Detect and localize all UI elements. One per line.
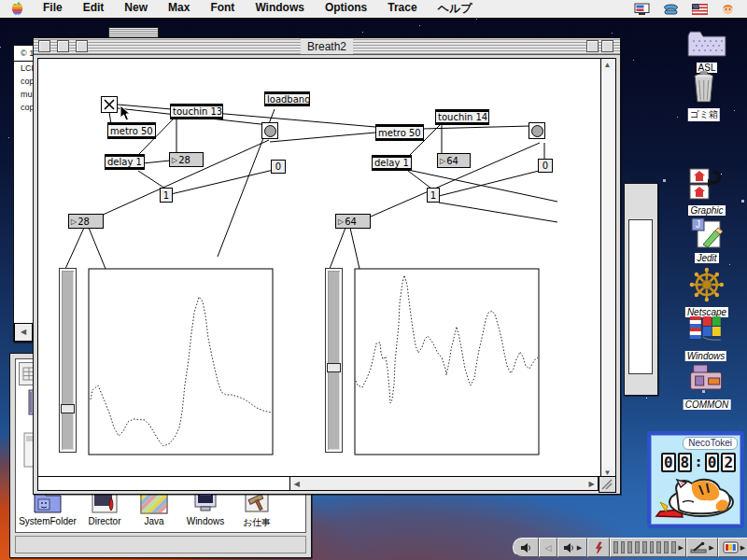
object-box[interactable]: touchin 14 xyxy=(435,109,489,125)
control-strip-volume[interactable]: ▶ xyxy=(557,538,587,557)
scroll-right-arrow[interactable]: ▶ xyxy=(585,478,598,490)
desktop-icon-Windows[interactable]: Windows xyxy=(685,313,726,363)
slider-track xyxy=(328,271,340,450)
slider-track xyxy=(62,271,74,450)
message-box[interactable]: 1 xyxy=(160,188,173,203)
number-value: 28 xyxy=(78,217,90,227)
collapse-box[interactable] xyxy=(601,40,613,52)
scroll-up-arrow[interactable]: ▲ xyxy=(601,59,613,71)
box-label: touchin 13 xyxy=(173,106,222,117)
number-value: 64 xyxy=(345,217,357,227)
scroll-left-arrow[interactable]: ◀ xyxy=(290,478,303,490)
menu-item-trace[interactable]: Trace xyxy=(377,1,427,17)
number-box[interactable]: ▷28 xyxy=(68,214,104,229)
desktop-icon-ゴミ箱[interactable]: ゴミ箱 xyxy=(688,71,720,121)
control-strip-monitors[interactable]: ▶ xyxy=(718,538,747,557)
scope-display xyxy=(89,269,273,455)
unlock-icon[interactable] xyxy=(76,40,88,52)
finder-footer xyxy=(15,536,306,553)
control-strip-tab[interactable] xyxy=(513,538,539,557)
bang-button[interactable] xyxy=(261,122,278,139)
box-label: loadbang xyxy=(267,94,310,105)
menu-item-font[interactable]: Font xyxy=(200,1,245,17)
zoom-box[interactable] xyxy=(586,40,599,52)
us-flag-icon[interactable] xyxy=(692,2,708,16)
menu-item-ヘルプ[interactable]: ヘルプ xyxy=(428,1,483,17)
patch-cord[interactable] xyxy=(408,171,431,189)
patch-cord[interactable] xyxy=(143,161,170,163)
patch-cord[interactable] xyxy=(439,203,557,222)
clock-separator: : xyxy=(694,453,703,472)
box-label: 0 xyxy=(275,161,281,172)
menu-item-max[interactable]: Max xyxy=(158,1,200,17)
horizontal-scrollbar[interactable]: ◀ ▶ xyxy=(289,476,599,491)
right-background-window[interactable] xyxy=(624,183,658,396)
apple-logo-icon[interactable] xyxy=(0,2,33,16)
patch-cord[interactable] xyxy=(171,170,274,194)
close-box[interactable] xyxy=(38,40,50,52)
message-box[interactable]: 1 xyxy=(427,188,440,203)
box-label: delay 1 xyxy=(107,157,142,167)
necotokei-clock: 08:02 xyxy=(655,453,741,472)
desktop-icon-label: Graphic xyxy=(688,205,725,216)
control-strip-energy[interactable] xyxy=(587,538,610,557)
necotokei-window[interactable]: NecoTokei 08:02 xyxy=(647,431,744,528)
slider-thumb[interactable] xyxy=(327,363,341,372)
object-box[interactable]: touchin 13 xyxy=(170,104,223,119)
patch-cord[interactable] xyxy=(65,228,84,269)
slider-thumb[interactable] xyxy=(61,404,75,413)
display-icon[interactable] xyxy=(634,2,650,16)
breath2-titlebar[interactable]: Breath2 xyxy=(34,38,620,55)
object-box[interactable]: delay 1 xyxy=(372,155,412,171)
box-label: metro 50 xyxy=(110,126,153,136)
object-box[interactable]: metro 50 xyxy=(107,122,156,139)
scrollbar-gap xyxy=(37,476,289,491)
control-strip-level-bars[interactable]: ▶ xyxy=(610,538,686,557)
patch-cord[interactable] xyxy=(330,228,345,269)
number-box[interactable]: ▷28 xyxy=(169,152,204,167)
patch-cord[interactable] xyxy=(89,228,106,269)
number-box[interactable]: ▷64 xyxy=(437,153,471,168)
vertical-slider[interactable] xyxy=(325,268,343,453)
patch-cord[interactable] xyxy=(270,133,375,142)
object-box[interactable]: metro 50 xyxy=(375,124,424,141)
phone-icon[interactable] xyxy=(663,2,679,16)
object-box[interactable]: loadbang xyxy=(264,91,310,106)
desktop-icon-label: Jedit xyxy=(695,253,718,263)
menu-item-options[interactable]: Options xyxy=(315,1,377,17)
patch-cord[interactable] xyxy=(350,228,359,269)
jedit-icon: J xyxy=(690,217,724,248)
desktop-icon-ASL[interactable]: ASL xyxy=(687,28,726,75)
desktop-icon-Graphic[interactable]: Graphic xyxy=(688,167,726,217)
menu-items: FileEditNewMaxFontWindowsOptionsTraceヘルプ xyxy=(33,1,482,17)
right-window-content xyxy=(628,219,653,374)
grow-box[interactable] xyxy=(599,476,616,493)
control-strip-scroll-left[interactable]: ◁ xyxy=(539,538,557,557)
lock-icon[interactable] xyxy=(57,40,69,52)
message-box[interactable]: 0 xyxy=(271,160,286,174)
control-strip-file-sharing[interactable]: ▶ xyxy=(686,538,718,557)
scope-display xyxy=(355,269,539,455)
toggle-box[interactable] xyxy=(101,96,118,113)
bang-button[interactable] xyxy=(529,122,545,139)
menu-item-edit[interactable]: Edit xyxy=(73,1,115,17)
menu-item-new[interactable]: New xyxy=(114,1,158,17)
desktop-icon-COMMON[interactable]: COMMON xyxy=(684,363,731,412)
desktop-icon-Jedit[interactable]: JJedit xyxy=(690,217,724,265)
object-box[interactable]: delay 1 xyxy=(105,154,145,170)
left-window-scroll-left-arrow[interactable]: ◀ xyxy=(14,323,33,342)
vertical-slider[interactable] xyxy=(59,268,77,453)
bang-circle xyxy=(531,125,543,137)
patch-cord[interactable] xyxy=(118,105,375,127)
desktop-icon-Netscape[interactable]: Netscape xyxy=(685,267,728,319)
vertical-scrollbar[interactable]: ▲ ▼ xyxy=(600,58,616,480)
patch-cord[interactable] xyxy=(439,168,550,196)
menu-item-file[interactable]: File xyxy=(33,1,73,17)
message-box[interactable]: 0 xyxy=(538,159,553,173)
number-box[interactable]: ▷64 xyxy=(335,214,371,229)
window-title: Breath2 xyxy=(301,39,353,54)
box-label: 0 xyxy=(543,161,548,171)
patch-cord[interactable] xyxy=(138,171,165,189)
menu-item-windows[interactable]: Windows xyxy=(245,1,315,17)
application-icon[interactable] xyxy=(721,2,735,16)
